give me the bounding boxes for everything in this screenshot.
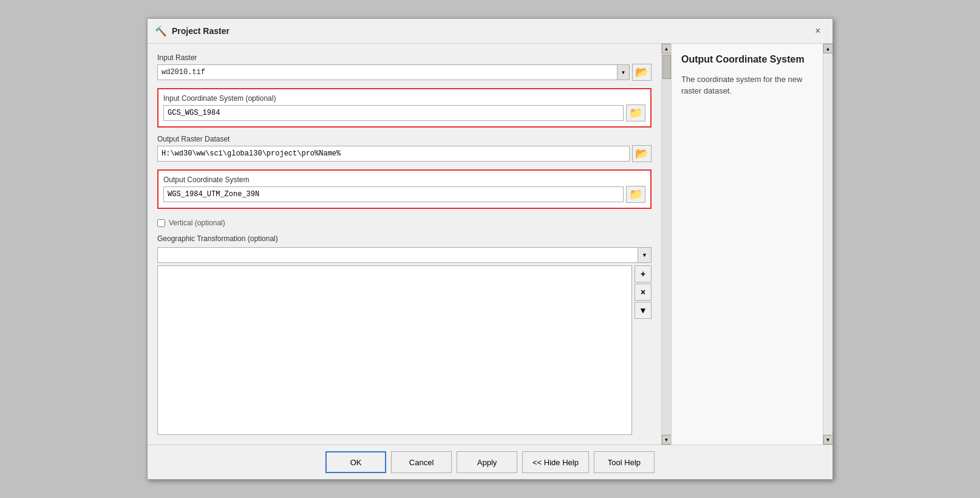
right-scroll-down[interactable]: ▼: [823, 435, 833, 445]
geo-transform-list[interactable]: [157, 265, 632, 435]
output-coordinate-field[interactable]: [163, 186, 624, 202]
geo-transform-chevron[interactable]: ▼: [638, 248, 651, 262]
geo-transform-value: [158, 254, 638, 256]
move-down-button[interactable]: ▼: [635, 302, 652, 319]
input-coordinate-browse-button[interactable]: 📁: [626, 104, 645, 121]
folder-icon-out-coord: 📁: [629, 188, 642, 201]
output-raster-group: Output Raster Dataset 📂: [157, 135, 652, 162]
output-coordinate-section: Output Coordinate System 📁: [157, 169, 652, 209]
right-panel: Output Coordinate System The coordinate …: [671, 44, 823, 445]
input-coordinate-field[interactable]: [163, 105, 624, 121]
output-coordinate-browse-button[interactable]: 📁: [626, 186, 645, 203]
folder-open-icon-out: 📂: [635, 147, 648, 160]
output-raster-browse-button[interactable]: 📂: [632, 145, 652, 162]
folder-icon-coord: 📁: [629, 106, 642, 120]
main-content: Input Raster wd2010.tif ▼ 📂 Inpu: [148, 44, 832, 445]
input-raster-field[interactable]: wd2010.tif ▼: [157, 64, 630, 80]
tool-help-button[interactable]: Tool Help: [594, 451, 655, 473]
folder-open-icon: 📂: [635, 66, 648, 79]
help-title: Output Coordinate System: [681, 53, 813, 66]
input-coordinate-row: 📁: [163, 104, 645, 121]
input-raster-browse-button[interactable]: 📂: [632, 64, 652, 81]
input-coordinate-section: Input Coordinate System (optional) 📁: [157, 88, 652, 128]
right-scroll-up[interactable]: ▲: [823, 44, 833, 53]
geo-transform-section: Geographic Transformation (optional) ▼ +…: [157, 234, 652, 435]
output-coordinate-group: Output Coordinate System 📁: [163, 176, 645, 203]
right-panel-scrollbar: ▲ ▼: [823, 44, 832, 445]
ok-button[interactable]: OK: [325, 451, 386, 473]
output-coordinate-row: 📁: [163, 186, 645, 203]
output-raster-row: 📂: [157, 145, 652, 162]
input-raster-dropdown-arrow[interactable]: ▼: [617, 65, 629, 80]
close-button[interactable]: ×: [811, 24, 825, 38]
multi-list-area: + × ▼: [157, 265, 652, 435]
vertical-row: Vertical (optional): [157, 219, 652, 227]
list-controls: + × ▼: [635, 265, 652, 435]
left-panel-scrollbar: ▲ ▼: [661, 44, 671, 445]
geo-transform-dropdown[interactable]: ▼: [157, 247, 652, 263]
input-coordinate-label: Input Coordinate System (optional): [163, 94, 645, 103]
right-panel-wrapper: Output Coordinate System The coordinate …: [671, 44, 832, 445]
footer: OK Cancel Apply << Hide Help Tool Help: [148, 445, 832, 479]
input-raster-value: wd2010.tif: [158, 67, 617, 78]
title-bar: 🔨 Project Raster ×: [148, 19, 832, 44]
dialog-title: Project Raster: [172, 26, 230, 36]
vertical-checkbox[interactable]: [157, 219, 165, 227]
output-raster-label: Output Raster Dataset: [157, 135, 652, 143]
left-panel: Input Raster wd2010.tif ▼ 📂 Inpu: [148, 44, 661, 445]
add-transform-button[interactable]: +: [635, 265, 652, 282]
scroll-up-arrow[interactable]: ▲: [662, 44, 672, 53]
output-coordinate-label: Output Coordinate System: [163, 176, 645, 184]
input-raster-group: Input Raster wd2010.tif ▼ 📂: [157, 53, 652, 81]
apply-button[interactable]: Apply: [457, 451, 517, 473]
remove-transform-button[interactable]: ×: [635, 284, 652, 301]
title-bar-left: 🔨 Project Raster: [155, 26, 230, 37]
hide-help-button[interactable]: << Hide Help: [522, 451, 589, 473]
help-description: The coordinate system for the new raster…: [681, 73, 813, 97]
input-raster-label: Input Raster: [157, 53, 652, 62]
scroll-thumb[interactable]: [662, 55, 671, 79]
input-raster-row: wd2010.tif ▼ 📂: [157, 64, 652, 81]
scroll-down-arrow[interactable]: ▼: [662, 435, 672, 445]
geo-transform-label: Geographic Transformation (optional): [157, 234, 652, 243]
vertical-label: Vertical (optional): [169, 219, 225, 227]
cancel-button[interactable]: Cancel: [391, 451, 452, 473]
dialog-icon: 🔨: [155, 26, 167, 37]
project-raster-dialog: 🔨 Project Raster × Input Raster wd2010.t…: [147, 18, 833, 480]
dialog-body: Input Raster wd2010.tif ▼ 📂 Inpu: [148, 44, 832, 445]
output-raster-field[interactable]: [157, 146, 630, 162]
input-coordinate-group: Input Coordinate System (optional) 📁: [163, 94, 645, 121]
